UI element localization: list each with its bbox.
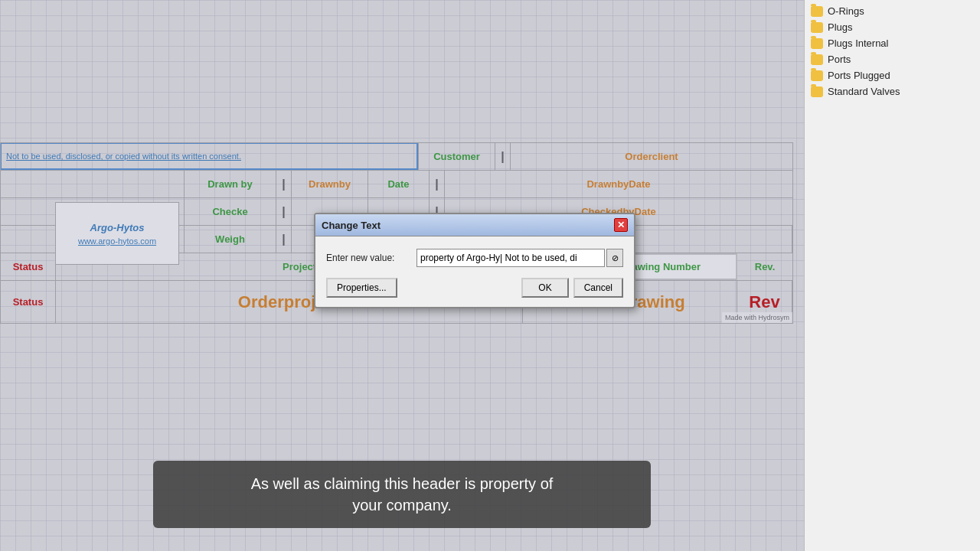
dialog-close-button[interactable]: ✕	[614, 218, 628, 232]
sidebar-item-label: Ports Plugged	[828, 70, 890, 81]
sidebar-item-plugs[interactable]: Plugs	[805, 19, 980, 35]
folder-icon	[811, 6, 823, 17]
sidebar: O-Rings Plugs Plugs Internal Ports Ports…	[804, 0, 980, 551]
dialog-input[interactable]	[416, 249, 605, 267]
change-text-dialog: Change Text ✕ Enter new value: ⊘ Propert…	[314, 213, 635, 308]
folder-icon	[811, 54, 823, 65]
sidebar-item-ports[interactable]: Ports	[805, 51, 980, 67]
dialog-label: Enter new value:	[326, 253, 410, 263]
dialog-body: Enter new value: ⊘ Properties... OK Canc…	[315, 236, 634, 307]
folder-icon	[811, 38, 823, 49]
folder-icon	[811, 86, 823, 97]
sidebar-item-label: Plugs	[828, 21, 853, 33]
folder-icon	[811, 70, 823, 81]
dialog-buttons: Properties... OK Cancel	[326, 278, 623, 298]
sidebar-item-ports-plugged[interactable]: Ports Plugged	[805, 67, 980, 83]
properties-button[interactable]: Properties...	[326, 278, 397, 298]
folder-icon	[811, 22, 823, 33]
dialog-title: Change Text	[322, 220, 381, 231]
canvas-area: Not to be used, disclosed, or copied wit…	[0, 0, 804, 551]
dialog-titlebar: Change Text ✕	[315, 214, 634, 236]
sidebar-item-label: Ports	[828, 54, 851, 65]
sidebar-item-standard-valves[interactable]: Standard Valves	[805, 83, 980, 99]
sidebar-item-label: Plugs Internal	[828, 37, 889, 49]
sidebar-item-plugs-internal[interactable]: Plugs Internal	[805, 35, 980, 51]
sidebar-item-label: O-Rings	[828, 5, 864, 17]
tooltip-line1: As well as claiming this header is prope…	[251, 475, 554, 492]
sidebar-item-orings[interactable]: O-Rings	[805, 3, 980, 19]
dialog-clear-button[interactable]: ⊘	[606, 249, 623, 267]
sidebar-item-label: Standard Valves	[828, 86, 900, 97]
cancel-button[interactable]: Cancel	[573, 278, 623, 298]
tooltip-bar: As well as claiming this header is prope…	[153, 461, 651, 528]
tooltip-line2: your company.	[352, 497, 452, 514]
ok-button[interactable]: OK	[521, 278, 568, 298]
dialog-input-row: Enter new value: ⊘	[326, 249, 623, 267]
